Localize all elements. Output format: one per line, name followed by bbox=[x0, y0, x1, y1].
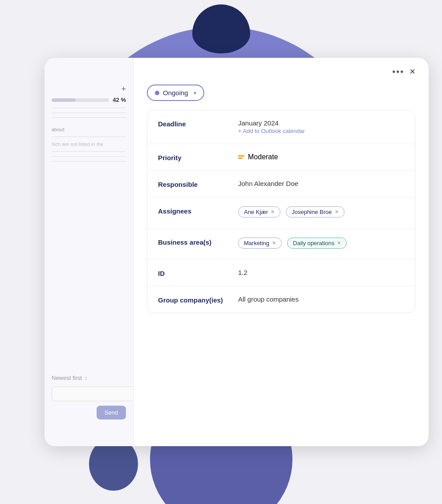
assignees-label: Assignees bbox=[158, 206, 238, 215]
deadline-row: Deadline January 2024 + Add to Outlook c… bbox=[147, 110, 415, 144]
main-content: ••• × Ongoing ▾ Deadline January 2024 + … bbox=[134, 58, 429, 446]
status-dot-icon bbox=[155, 91, 159, 95]
assignee-tag-ane: Ane Kjær ✕ bbox=[238, 206, 280, 218]
modal-card: + 42 % about: hich are not listed in the bbox=[45, 58, 429, 446]
left-panel: + 42 % about: hich are not listed in the bbox=[45, 58, 134, 446]
send-button[interactable]: Send bbox=[97, 406, 126, 419]
add-progress-button[interactable]: + bbox=[121, 85, 126, 94]
header-actions: ••• × bbox=[392, 67, 415, 77]
sort-row: Newest first ↕ bbox=[52, 375, 126, 381]
remove-marketing-button[interactable]: ✕ bbox=[272, 241, 276, 246]
priority-value: Moderate bbox=[238, 153, 404, 161]
sort-icon[interactable]: ↕ bbox=[85, 375, 87, 381]
progress-percent: 42 % bbox=[113, 97, 126, 103]
deadline-value: January 2024 + Add to Outlook calendar bbox=[238, 119, 404, 135]
remove-josephine-button[interactable]: ✕ bbox=[335, 210, 339, 214]
business-area-tag-marketing: Marketing ✕ bbox=[238, 238, 282, 249]
remove-ane-button[interactable]: ✕ bbox=[271, 210, 275, 214]
priority-icon bbox=[238, 155, 244, 159]
comment-input[interactable] bbox=[52, 387, 134, 401]
assignee-name-josephine: Josephine Broe bbox=[292, 209, 332, 215]
business-areas-row: Business area(s) Marketing ✕ Daily opera… bbox=[147, 229, 415, 260]
priority-row: Priority Moderate bbox=[147, 144, 415, 171]
assignee-name-ane: Ane Kjær bbox=[244, 209, 268, 215]
id-label: ID bbox=[158, 269, 238, 277]
business-areas-label: Business area(s) bbox=[158, 238, 238, 246]
sort-label: Newest first bbox=[52, 375, 82, 381]
progress-bar-fill bbox=[52, 98, 76, 102]
business-areas-tags: Marketing ✕ Daily operations ✕ bbox=[238, 238, 404, 250]
left-text-listed: hich are not listed in the bbox=[52, 141, 126, 147]
responsible-row: Responsible John Alexander Doe bbox=[147, 171, 415, 198]
divider bbox=[52, 151, 126, 152]
add-to-calendar-link[interactable]: + Add to Outlook calendar bbox=[238, 128, 305, 134]
business-area-tag-daily-ops: Daily operations ✕ bbox=[287, 238, 347, 249]
deadline-date: January 2024 bbox=[238, 119, 404, 127]
id-row: ID 1.2 bbox=[147, 260, 415, 286]
divider bbox=[52, 117, 126, 118]
left-text-about: about: bbox=[52, 127, 126, 132]
business-area-marketing: Marketing bbox=[244, 240, 269, 246]
deadline-label: Deadline bbox=[158, 119, 238, 128]
status-label: Ongoing bbox=[163, 89, 188, 97]
details-card: Deadline January 2024 + Add to Outlook c… bbox=[147, 110, 415, 313]
comment-input-row bbox=[52, 387, 126, 401]
group-company-label: Group company(ies) bbox=[158, 295, 238, 304]
group-company-value: All group companies bbox=[238, 295, 404, 303]
blob-top bbox=[192, 4, 250, 53]
responsible-label: Responsible bbox=[158, 180, 238, 188]
remove-daily-ops-button[interactable]: ✕ bbox=[337, 241, 341, 246]
priority-text: Moderate bbox=[248, 153, 278, 161]
priority-label: Priority bbox=[158, 153, 238, 161]
divider bbox=[52, 113, 126, 113]
assignees-row: Assignees Ane Kjær ✕ Josephine Broe ✕ bbox=[147, 198, 415, 229]
business-area-daily-ops: Daily operations bbox=[293, 240, 334, 246]
assignee-tag-josephine: Josephine Broe ✕ bbox=[286, 206, 344, 218]
status-dropdown[interactable]: Ongoing ▾ bbox=[147, 85, 204, 101]
divider bbox=[52, 108, 126, 108]
header-row: ••• × bbox=[147, 67, 415, 77]
divider bbox=[52, 161, 126, 161]
divider bbox=[52, 156, 126, 157]
close-button[interactable]: × bbox=[410, 67, 415, 77]
responsible-value: John Alexander Doe bbox=[238, 180, 404, 187]
group-company-row: Group company(ies) All group companies bbox=[147, 286, 415, 313]
chevron-down-icon: ▾ bbox=[194, 90, 196, 96]
more-options-button[interactable]: ••• bbox=[392, 67, 404, 76]
divider bbox=[52, 137, 126, 137]
assignees-tags: Ane Kjær ✕ Josephine Broe ✕ bbox=[238, 206, 404, 219]
id-value: 1.2 bbox=[238, 269, 404, 276]
progress-bar-bg bbox=[52, 98, 109, 102]
